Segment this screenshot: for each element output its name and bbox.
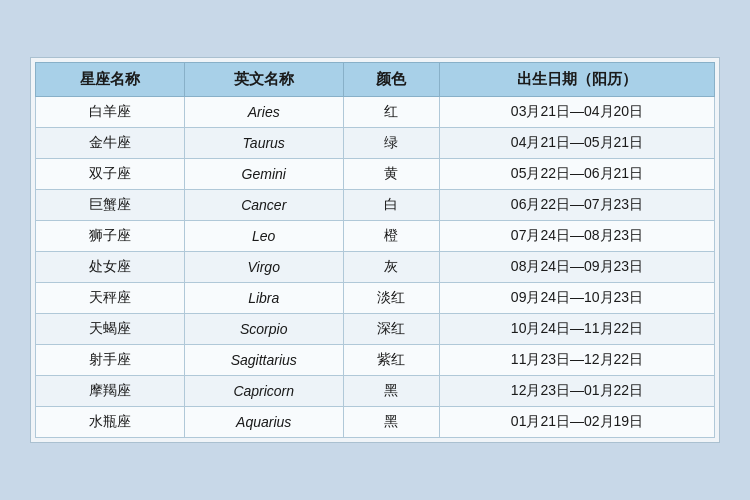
cell-dates: 12月23日—01月22日 — [440, 376, 715, 407]
cell-color: 白 — [343, 190, 439, 221]
cell-dates: 09月24日—10月23日 — [440, 283, 715, 314]
zodiac-table-wrapper: 星座名称 英文名称 颜色 出生日期（阳历） 白羊座Aries红03月21日—04… — [30, 57, 720, 443]
cell-dates: 07月24日—08月23日 — [440, 221, 715, 252]
cell-english-name: Aquarius — [184, 407, 343, 438]
cell-english-name: Cancer — [184, 190, 343, 221]
cell-color: 紫红 — [343, 345, 439, 376]
table-row: 射手座Sagittarius紫红11月23日—12月22日 — [36, 345, 715, 376]
cell-english-name: Libra — [184, 283, 343, 314]
cell-dates: 01月21日—02月19日 — [440, 407, 715, 438]
cell-dates: 10月24日—11月22日 — [440, 314, 715, 345]
header-color: 颜色 — [343, 63, 439, 97]
header-chinese-name: 星座名称 — [36, 63, 185, 97]
cell-chinese-name: 水瓶座 — [36, 407, 185, 438]
cell-chinese-name: 天秤座 — [36, 283, 185, 314]
cell-color: 橙 — [343, 221, 439, 252]
cell-color: 红 — [343, 97, 439, 128]
table-row: 天蝎座Scorpio深红10月24日—11月22日 — [36, 314, 715, 345]
cell-color: 绿 — [343, 128, 439, 159]
zodiac-table: 星座名称 英文名称 颜色 出生日期（阳历） 白羊座Aries红03月21日—04… — [35, 62, 715, 438]
cell-dates: 04月21日—05月21日 — [440, 128, 715, 159]
cell-chinese-name: 双子座 — [36, 159, 185, 190]
table-row: 巨蟹座Cancer白06月22日—07月23日 — [36, 190, 715, 221]
cell-color: 黑 — [343, 376, 439, 407]
cell-english-name: Aries — [184, 97, 343, 128]
cell-english-name: Capricorn — [184, 376, 343, 407]
cell-chinese-name: 天蝎座 — [36, 314, 185, 345]
table-row: 摩羯座Capricorn黑12月23日—01月22日 — [36, 376, 715, 407]
cell-dates: 05月22日—06月21日 — [440, 159, 715, 190]
cell-chinese-name: 射手座 — [36, 345, 185, 376]
cell-color: 黄 — [343, 159, 439, 190]
cell-english-name: Leo — [184, 221, 343, 252]
cell-color: 灰 — [343, 252, 439, 283]
cell-chinese-name: 巨蟹座 — [36, 190, 185, 221]
cell-dates: 11月23日—12月22日 — [440, 345, 715, 376]
table-row: 天秤座Libra淡红09月24日—10月23日 — [36, 283, 715, 314]
table-row: 水瓶座Aquarius黑01月21日—02月19日 — [36, 407, 715, 438]
cell-color: 黑 — [343, 407, 439, 438]
cell-color: 淡红 — [343, 283, 439, 314]
cell-chinese-name: 金牛座 — [36, 128, 185, 159]
cell-english-name: Taurus — [184, 128, 343, 159]
cell-dates: 03月21日—04月20日 — [440, 97, 715, 128]
cell-english-name: Virgo — [184, 252, 343, 283]
cell-dates: 06月22日—07月23日 — [440, 190, 715, 221]
cell-english-name: Sagittarius — [184, 345, 343, 376]
table-row: 狮子座Leo橙07月24日—08月23日 — [36, 221, 715, 252]
cell-chinese-name: 狮子座 — [36, 221, 185, 252]
header-english-name: 英文名称 — [184, 63, 343, 97]
cell-english-name: Scorpio — [184, 314, 343, 345]
cell-dates: 08月24日—09月23日 — [440, 252, 715, 283]
table-row: 金牛座Taurus绿04月21日—05月21日 — [36, 128, 715, 159]
table-body: 白羊座Aries红03月21日—04月20日金牛座Taurus绿04月21日—0… — [36, 97, 715, 438]
header-dates: 出生日期（阳历） — [440, 63, 715, 97]
cell-color: 深红 — [343, 314, 439, 345]
cell-chinese-name: 摩羯座 — [36, 376, 185, 407]
cell-chinese-name: 白羊座 — [36, 97, 185, 128]
table-row: 双子座Gemini黄05月22日—06月21日 — [36, 159, 715, 190]
cell-english-name: Gemini — [184, 159, 343, 190]
table-row: 白羊座Aries红03月21日—04月20日 — [36, 97, 715, 128]
cell-chinese-name: 处女座 — [36, 252, 185, 283]
table-row: 处女座Virgo灰08月24日—09月23日 — [36, 252, 715, 283]
table-header-row: 星座名称 英文名称 颜色 出生日期（阳历） — [36, 63, 715, 97]
